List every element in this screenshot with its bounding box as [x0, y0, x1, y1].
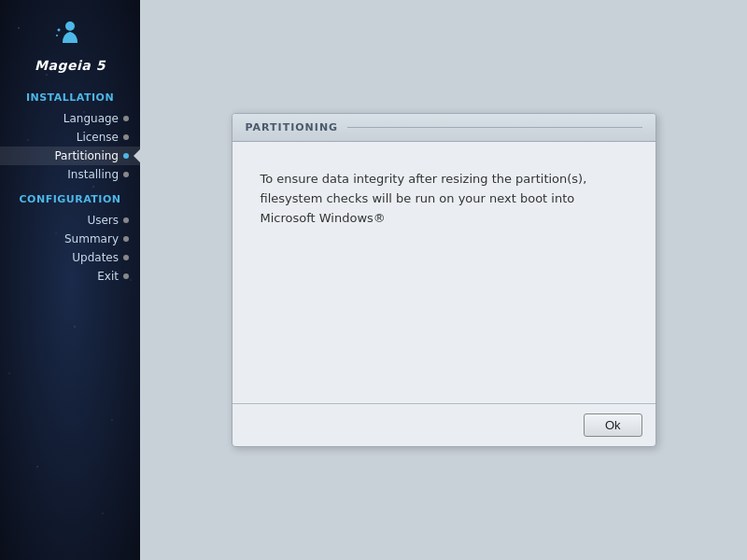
sidebar-item-updates-label: Updates	[72, 251, 119, 264]
configuration-section: CONFIGURATION Users Summary Updates Exit	[0, 193, 140, 286]
sidebar-item-partitioning-label: Partitioning	[54, 149, 119, 162]
sidebar-item-license-dot	[123, 134, 129, 140]
app-name: Mageia 5	[35, 58, 106, 73]
svg-point-1	[57, 29, 60, 32]
sidebar-item-language-label: Language	[63, 112, 119, 125]
sidebar-item-language-dot	[123, 116, 129, 121]
main-area: PARTITIONING To ensure data integrity af…	[140, 0, 747, 560]
installation-section-title: INSTALLATION	[0, 91, 140, 104]
sidebar-item-summary[interactable]: Summary	[0, 230, 140, 248]
sidebar-item-exit[interactable]: Exit	[0, 267, 140, 286]
sidebar-item-partitioning[interactable]: Partitioning	[0, 147, 140, 165]
sidebar-item-users-label: Users	[87, 214, 119, 227]
sidebar: Mageia 5 INSTALLATION Language License P…	[0, 0, 140, 560]
partitioning-dialog: PARTITIONING To ensure data integrity af…	[232, 113, 656, 447]
dialog-message: To ensure data integrity after resizing …	[261, 170, 627, 228]
sidebar-item-exit-label: Exit	[97, 270, 119, 283]
sidebar-item-summary-label: Summary	[64, 232, 119, 245]
svg-point-0	[65, 21, 75, 31]
ok-button[interactable]: Ok	[584, 413, 642, 437]
dialog-footer: Ok	[233, 403, 655, 446]
configuration-section-title: CONFIGURATION	[0, 193, 140, 205]
svg-point-2	[56, 35, 58, 36]
sidebar-item-license-label: License	[77, 131, 119, 144]
dialog-title-line	[347, 127, 641, 128]
sidebar-item-language[interactable]: Language	[0, 109, 140, 128]
sidebar-item-partitioning-dot	[123, 153, 129, 159]
sidebar-item-installing-dot	[123, 172, 129, 177]
dialog-titlebar: PARTITIONING	[233, 114, 655, 142]
sidebar-item-installing-label: Installing	[67, 168, 119, 181]
dialog-message-line2: filesystem checks will be run on your ne…	[261, 191, 575, 225]
sidebar-item-exit-dot	[123, 273, 129, 279]
installation-section: INSTALLATION Language License Partitioni…	[0, 91, 140, 184]
sidebar-item-users[interactable]: Users	[0, 211, 140, 230]
dialog-title: PARTITIONING	[246, 121, 339, 133]
sidebar-item-license[interactable]: License	[0, 128, 140, 147]
dialog-message-line1: To ensure data integrity after resizing …	[261, 172, 587, 186]
sidebar-item-users-dot	[123, 217, 129, 223]
sidebar-item-updates[interactable]: Updates	[0, 248, 140, 267]
logo-area: Mageia 5	[35, 17, 106, 73]
mageia-logo-icon	[51, 17, 89, 54]
sidebar-item-updates-dot	[123, 255, 129, 260]
dialog-body: To ensure data integrity after resizing …	[233, 142, 655, 403]
sidebar-item-installing[interactable]: Installing	[0, 165, 140, 184]
sidebar-item-summary-dot	[123, 236, 129, 242]
